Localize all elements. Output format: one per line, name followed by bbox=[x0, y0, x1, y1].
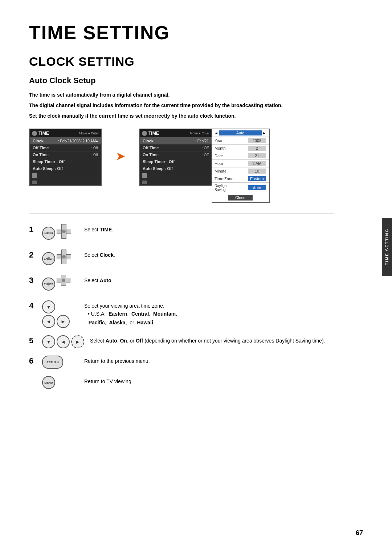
step-menu: MENU Return to TV viewing. bbox=[29, 376, 334, 389]
menu-title-2: TIME bbox=[142, 131, 159, 136]
m2-ontime-val: : Off bbox=[202, 153, 209, 157]
central: Central bbox=[131, 311, 149, 317]
hour-value: 2 AM bbox=[248, 161, 266, 166]
dpad-center-3 bbox=[62, 279, 65, 282]
menu-box-2-wrapper: TIME Move ● Enter Clock : Feb/21 Off Tim… bbox=[139, 129, 270, 203]
right-arrow-icon: ➤ bbox=[116, 150, 124, 162]
panel-row-minute: Minute 10 bbox=[212, 167, 269, 175]
small-dpad-1 bbox=[57, 224, 71, 239]
menu1-row-autosleep: Auto Sleep : Off bbox=[30, 165, 101, 172]
desc-1: The time is set automatically from a dig… bbox=[29, 91, 334, 99]
auto-option: Auto bbox=[106, 338, 117, 344]
icon-row-1a bbox=[30, 172, 101, 179]
dpad-3 bbox=[57, 275, 75, 293]
step-2-icons: ENTER bbox=[42, 250, 78, 268]
desc-2: The digital channel signal includes info… bbox=[29, 102, 334, 109]
close-button[interactable]: Close bbox=[228, 195, 253, 200]
right-arrow-btn-4[interactable]: ► bbox=[57, 315, 70, 328]
hour-label: Hour bbox=[215, 161, 223, 166]
pacific: Pacific bbox=[89, 320, 105, 325]
panel-row-dst: DaylightSaving Auto bbox=[212, 183, 269, 193]
time-icon-2 bbox=[142, 131, 147, 136]
m2-icon-row-b bbox=[140, 179, 212, 185]
menu-box-1: TIME Move ● Enter Clock : Feb/21/2008/ 2… bbox=[29, 129, 102, 186]
step-4-icons: ▼ ◄ ► bbox=[42, 300, 78, 328]
timezone-label: Time Zone bbox=[215, 177, 233, 181]
ontime-label1: On Time bbox=[33, 153, 49, 157]
menu-box-2: TIME Move ● Enter Clock : Feb/21 Off Tim… bbox=[139, 129, 212, 186]
step4-row-2: ◄ ► bbox=[42, 315, 78, 328]
clock-label: Clock bbox=[33, 139, 44, 143]
step-3-bold: Auto bbox=[100, 278, 111, 283]
step4-row-1: ▼ bbox=[42, 300, 78, 313]
minute-label: Minute bbox=[215, 169, 226, 173]
step-1-bold: TIME bbox=[100, 227, 112, 232]
step-number-1: 1 bbox=[29, 224, 36, 234]
step-6-text: Return to the previous menu. bbox=[84, 356, 334, 365]
menu2-title-text: TIME bbox=[148, 131, 159, 136]
minute-value: 10 bbox=[248, 169, 266, 174]
step-5-text: Select Auto, On, or Off (depending on wh… bbox=[90, 335, 334, 345]
down-arrow-btn-4[interactable]: ▼ bbox=[42, 300, 55, 313]
page-title: TIME SETTING bbox=[29, 22, 334, 44]
off-option: Off bbox=[136, 338, 143, 344]
step-4-text: Select your viewing area time zone. • U.… bbox=[84, 300, 334, 327]
alaska: Alaska bbox=[109, 320, 125, 325]
menu-button-1[interactable]: MENU bbox=[42, 227, 55, 240]
left-arrow-btn-4[interactable]: ◄ bbox=[42, 315, 55, 328]
small-dpad-2 bbox=[57, 250, 71, 264]
m2-icon-b bbox=[142, 181, 147, 184]
dst-value: Auto bbox=[248, 185, 266, 190]
menu1-row-ontime: On Time : Off bbox=[30, 151, 101, 158]
step-menu-icons: MENU bbox=[42, 376, 78, 389]
step-6-icons: RETURN bbox=[42, 356, 78, 369]
menu2-row-clock: Clock : Feb/21 bbox=[140, 138, 212, 145]
return-button[interactable]: RETURN bbox=[42, 356, 63, 369]
step-3-icons: ENTER bbox=[42, 275, 78, 293]
step-1: 1 MENU Select TIME. bbox=[29, 224, 334, 242]
expanded-panel: ◄ Auto ► Year 2008 Month 2 Date 21 bbox=[212, 129, 270, 203]
ontime-val1: : Off bbox=[91, 153, 98, 157]
right-nav-arrow: ► bbox=[262, 131, 267, 135]
year-value: 2008 bbox=[248, 138, 266, 143]
dpad-2 bbox=[57, 250, 75, 268]
auto-value-display: Auto bbox=[219, 130, 262, 135]
desc-3: Set the clock manually if the current ti… bbox=[29, 112, 334, 120]
step-4: 4 ▼ ◄ ► Select your viewing area time zo… bbox=[29, 300, 334, 328]
menu-header-1: TIME Move ● Enter bbox=[30, 129, 101, 138]
left-nav-arrow: ◄ bbox=[214, 131, 219, 135]
mountain: Mountain bbox=[153, 311, 176, 317]
nav-hint-2: Move ● Enter bbox=[190, 131, 209, 135]
step-number-4: 4 bbox=[29, 300, 36, 311]
sidebar-label: TIME SETTING bbox=[382, 218, 392, 276]
enter-button-3[interactable]: ENTER bbox=[42, 278, 55, 291]
menu1-row-sleep: Sleep Timer : Off bbox=[30, 158, 101, 165]
timezone-value: Eastern bbox=[248, 176, 266, 181]
autosleep-label1: Auto Sleep : Off bbox=[33, 166, 63, 171]
m2-clock-val: : Feb/21 bbox=[195, 139, 209, 143]
step-4-bullet: • U.S.A: Eastern, Central, Mountain, Pac… bbox=[84, 311, 177, 325]
m2-sleep-label: Sleep Timer : Off bbox=[143, 159, 175, 164]
offtime-val1: : Off bbox=[91, 146, 98, 150]
menu2-row-ontime: On Time : Off bbox=[140, 151, 212, 158]
close-btn-row: Close bbox=[212, 193, 269, 202]
left-arrow-btn-5[interactable]: ◄ bbox=[57, 335, 70, 348]
year-label: Year bbox=[215, 138, 222, 143]
dst-label: DaylightSaving bbox=[215, 184, 228, 192]
menu2-row-offtime: Off Time : Off bbox=[140, 145, 212, 151]
panel-row-timezone: Time Zone Eastern bbox=[212, 175, 269, 183]
enter-dot-2 bbox=[47, 257, 50, 260]
menu-button-final[interactable]: MENU bbox=[42, 376, 55, 389]
menu1-title-text: TIME bbox=[38, 131, 49, 136]
menu-header-2: TIME Move ● Enter bbox=[140, 129, 212, 138]
step-number-3: 3 bbox=[29, 275, 36, 285]
down-arrow-btn-5[interactable]: ▼ bbox=[42, 335, 55, 348]
m2-clock-label: Clock bbox=[143, 139, 154, 143]
right-arrow-btn-5[interactable]: ► bbox=[71, 335, 84, 348]
enter-dot-3 bbox=[47, 283, 50, 285]
circle-icon-1b bbox=[32, 181, 37, 184]
enter-button-2[interactable]: ENTER bbox=[42, 252, 55, 265]
section-divider bbox=[29, 214, 334, 214]
step-2-text: Select Clock. bbox=[84, 250, 334, 259]
step-3: 3 ENTER Select Auto. bbox=[29, 275, 334, 293]
